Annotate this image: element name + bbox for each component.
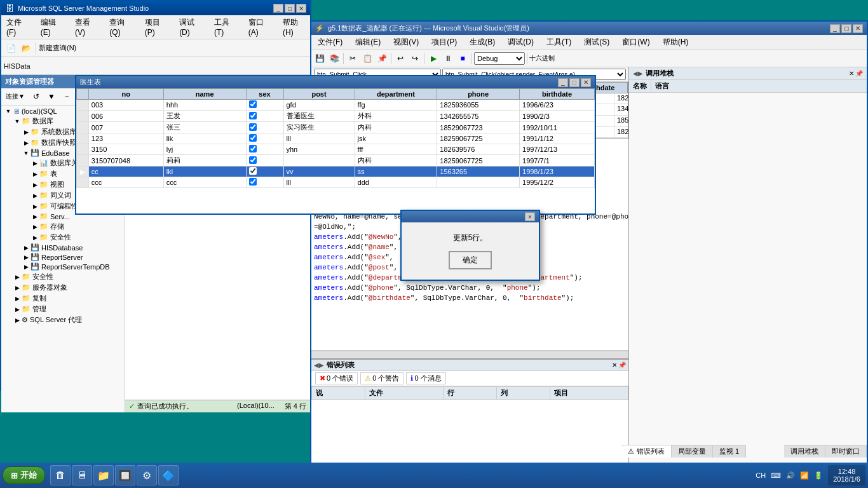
new-query-label[interactable]: 新建查询(N) (39, 43, 76, 53)
vs-stop-btn[interactable]: ■ (456, 51, 470, 65)
ssms-close-btn[interactable]: ✕ (296, 4, 306, 13)
tab-locals[interactable]: 局部变量 (672, 445, 713, 458)
vs-win-controls: _ ◻ ✕ (830, 24, 863, 33)
vs-menu-help[interactable]: 帮助(H) (659, 36, 693, 49)
collapse-btn[interactable]: − (60, 90, 74, 104)
ssms-menu-tools[interactable]: 工具(T) (212, 17, 238, 37)
table-window: 医生表 _ □ ✕ no name sex post department ph… (75, 75, 596, 215)
filter-btn[interactable]: ▼ (44, 90, 58, 104)
vs-restore-btn[interactable]: ◻ (841, 24, 851, 33)
vs-menu-build[interactable]: 生成(B) (466, 36, 499, 49)
warning-badge[interactable]: ⚠ 0 个警告 (360, 372, 403, 384)
vs-menu-window[interactable]: 窗口(W) (618, 36, 653, 49)
ssms-menu-query[interactable]: 查询(Q) (107, 17, 134, 37)
ssms-menu-help[interactable]: 帮助(H) (280, 17, 308, 37)
tree-storage[interactable]: ▶ 📁 存储 (3, 221, 123, 232)
dialog-close-btn[interactable]: × (525, 212, 535, 221)
debug-config-dropdown[interactable]: Debug (474, 52, 525, 65)
error-panel-close[interactable]: ✕ (612, 362, 617, 369)
doctor-table-row: 3150707048莉莉内科182590677251997/7/1 (77, 155, 595, 166)
call-stack-pin[interactable]: 📌 (855, 70, 863, 77)
vs-title: g5.1数据表_适配器 (正在运行) — Microsoft Visual St… (328, 24, 529, 33)
tab-error-list[interactable]: ⚠ 错误列表 (621, 445, 672, 458)
ssms-menu-file[interactable]: 文件(F) (4, 17, 31, 37)
taskbar-icon-1[interactable]: 🗑 (50, 465, 71, 485)
tree-security[interactable]: ▶ 📁 安全性 (3, 232, 123, 243)
error-panel-header: ◀▶ 错误列表 ✕ 📌 (311, 360, 628, 371)
vs-close-btn[interactable]: ✕ (853, 24, 863, 33)
new-query-btn[interactable]: 📄 (4, 41, 18, 55)
th-no: no (88, 89, 163, 100)
ssms-menu-edit[interactable]: 编辑(E) (38, 17, 65, 37)
vs-menu-file[interactable]: 文件(F) (314, 36, 346, 49)
refresh-btn[interactable]: ↺ (29, 90, 43, 104)
db-label: HISData (4, 62, 31, 70)
ssms-menu-window[interactable]: 窗口(A) (246, 17, 273, 37)
ssms-menu-view[interactable]: 查看(V) (72, 17, 99, 37)
vs-pause-btn[interactable]: ⏸ (441, 51, 455, 65)
table-window-titlebar: 医生表 _ □ ✕ (76, 76, 595, 88)
taskbar-icon-4[interactable]: 🔲 (115, 465, 135, 485)
bottom-panel-tabs: ⚠ 错误列表 局部变量 监视 1 (621, 445, 746, 458)
ssms-menu-project[interactable]: 项目(P) (142, 17, 169, 37)
tree-hisdb[interactable]: ▶ 💾 HISDatabase (3, 243, 123, 252)
vs-menu-project[interactable]: 项目(P) (428, 36, 461, 49)
vs-undo-btn[interactable]: ↩ (393, 51, 407, 65)
tree-reporttemp[interactable]: ▶ 💾 ReportServerTempDB (3, 262, 123, 271)
tree-management[interactable]: ▶ 📁 管理 (3, 304, 123, 315)
error-badge[interactable]: ✖ 0 个错误 (315, 372, 358, 384)
table-win-close[interactable]: ✕ (581, 78, 591, 87)
tree-reportserver[interactable]: ▶ 💾 ReportServer (3, 252, 123, 262)
ssms-minimize-btn[interactable]: _ (273, 4, 283, 13)
vs-start-btn[interactable]: ▶ (426, 51, 440, 65)
dialog-ok-btn[interactable]: 确定 (449, 251, 492, 269)
error-list-panel: ◀▶ 错误列表 ✕ 📌 ✖ 0 个错误 ⚠ 0 个警告 ℹ (311, 358, 628, 479)
doctor-table-row: cccccclllddd1995/12/2 (77, 177, 595, 188)
vs-menu: 文件(F) 编辑(E) 视图(V) 项目(P) 生成(B) 调试(D) 工具(T… (311, 35, 867, 50)
tree-server-obj[interactable]: ▶ 📁 服务器对象 (3, 282, 123, 293)
table-win-max[interactable]: □ (569, 78, 580, 87)
taskbar-icon-6[interactable]: 🔷 (158, 465, 179, 485)
vs-redo-btn[interactable]: ↪ (408, 51, 422, 65)
tree-sqlagent[interactable]: ▶ ⚙ SQL Server 代理 (3, 315, 123, 325)
call-stack-col-name: 名称 (629, 80, 651, 92)
vs-paste-btn[interactable]: 📌 (375, 51, 389, 65)
th-name: name (163, 89, 246, 100)
vs-menu-debug[interactable]: 调试(D) (504, 36, 538, 49)
ssms-menu-debug[interactable]: 调试(D) (177, 17, 204, 37)
vs-menu-tools[interactable]: 工具(T) (543, 36, 575, 49)
vs-minimize-btn[interactable]: _ (830, 24, 840, 33)
taskbar-icon-3[interactable]: 📁 (93, 465, 114, 485)
vs-menu-edit[interactable]: 编辑(E) (351, 36, 384, 49)
table-window-content[interactable]: no name sex post department phone birthd… (76, 88, 595, 210)
call-stack-header: ◀▶ 调用堆栈 ✕ 📌 (629, 67, 867, 80)
tab-immediate[interactable]: 即时窗口 (825, 445, 867, 458)
taskbar-icon-2[interactable]: 🖥 (72, 465, 92, 485)
tree-replication[interactable]: ▶ 📁 复制 (3, 293, 123, 304)
vs-cut-btn[interactable]: ✂ (346, 51, 360, 65)
start-button[interactable]: ⊞ 开始 (3, 466, 45, 484)
battery-icon: 🔋 (814, 471, 823, 480)
call-stack-cols: 名称 语言 (629, 80, 867, 93)
vs-save-all-btn[interactable]: 📚 (327, 51, 341, 65)
taskbar-icons: 🗑 🖥 📁 🔲 ⚙ 🔷 (50, 465, 179, 485)
tab-watch1[interactable]: 监视 1 (713, 445, 746, 458)
tree-sec2[interactable]: ▶ 📁 安全性 (3, 271, 123, 282)
vs-menu-test[interactable]: 测试(S) (580, 36, 613, 49)
table-win-min[interactable]: _ (558, 78, 568, 87)
vs-menu-view[interactable]: 视图(V) (390, 36, 423, 49)
error-panel-pin[interactable]: 📌 (618, 362, 626, 369)
vs-copy-btn[interactable]: 📋 (360, 51, 374, 65)
status-text: 查询已成功执行。 (137, 402, 193, 411)
open-btn[interactable]: 📂 (19, 41, 33, 55)
connect-btn[interactable]: 连接▼ (3, 90, 28, 104)
taskbar-icon-5[interactable]: ⚙ (137, 465, 157, 485)
ssms-win-controls: _ □ ✕ (273, 4, 306, 13)
tab-callstack[interactable]: 调用堆栈 (784, 445, 825, 458)
ssms-maximize-btn[interactable]: □ (285, 4, 295, 13)
message-badge[interactable]: ℹ 0 个消息 (406, 372, 445, 384)
vs-save-btn[interactable]: 💾 (313, 51, 327, 65)
lang-indicator: CH (756, 471, 766, 479)
call-stack-close[interactable]: ✕ (849, 70, 854, 77)
horizontal-scrollbar[interactable] (311, 351, 628, 358)
